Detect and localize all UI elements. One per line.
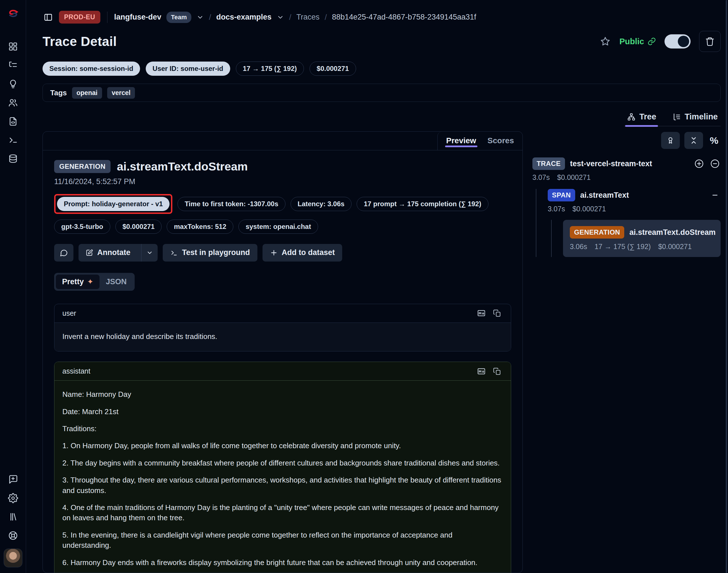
session-badge[interactable]: Session: some-session-id xyxy=(43,61,140,76)
generation-tokens: 17 → 175 (∑ 192) xyxy=(595,243,651,251)
sidebar-item-playground[interactable] xyxy=(7,135,19,146)
tree-node-trace[interactable]: TRACE test-vercel-stream-text xyxy=(533,157,721,170)
format-pretty-label: Pretty xyxy=(62,277,84,286)
tag-item[interactable]: vercel xyxy=(107,87,135,99)
sidebar-item-prompts[interactable] xyxy=(7,78,19,90)
collapse-all-icon[interactable] xyxy=(709,158,721,169)
breadcrumb-separator: / xyxy=(209,13,211,22)
markdown-icon[interactable] xyxy=(476,366,487,377)
sparkles-icon: ✦ xyxy=(87,277,94,286)
assistant-message-card: assistant Name: Harmony xyxy=(54,362,511,573)
message-header-icons xyxy=(476,366,503,377)
observation-badges-row1: Prompt: holiday-generator - v1 Time to f… xyxy=(54,194,511,214)
message-text: 3. Throughout the day, there are various… xyxy=(62,475,503,496)
tab-tree[interactable]: Tree xyxy=(625,110,658,126)
sidebar-item-dashboard[interactable] xyxy=(7,41,19,52)
format-toggle: Pretty ✦ JSON xyxy=(54,273,135,291)
tag-item[interactable]: openai xyxy=(72,87,102,99)
panel-header: Preview Scores xyxy=(43,132,522,150)
annotate-button[interactable]: Annotate xyxy=(78,244,158,262)
breadcrumb-org[interactable]: langfuse-dev xyxy=(114,13,162,21)
tab-scores[interactable]: Scores xyxy=(488,132,514,150)
sidebar-item-users[interactable] xyxy=(7,97,19,108)
observation-title: ai.streamText.doStream xyxy=(117,160,248,173)
sidebar-item-docs[interactable] xyxy=(7,511,19,522)
public-toggle[interactable] xyxy=(665,34,690,49)
scores-toggle-button[interactable] xyxy=(661,132,680,149)
expand-all-icon[interactable] xyxy=(693,158,705,169)
copy-icon[interactable] xyxy=(492,366,503,377)
annotate-icon xyxy=(85,249,93,257)
span-badge: SPAN xyxy=(548,189,575,201)
format-json[interactable]: JSON xyxy=(100,274,133,289)
generation-row: GENERATION ai.streamText.doStream xyxy=(570,226,714,239)
tab-timeline[interactable]: Timeline xyxy=(670,110,720,126)
annotate-label: Annotate xyxy=(97,248,130,257)
tree-toolbar: % xyxy=(533,132,721,149)
comment-button[interactable] xyxy=(54,244,73,262)
tree-node-generation-selected[interactable]: GENERATION ai.streamText.doStream 3.06s … xyxy=(563,220,721,257)
sidebar-item-datasets[interactable] xyxy=(7,116,19,127)
vertical-scrollbar[interactable] xyxy=(726,0,727,573)
sidebar-item-support[interactable] xyxy=(7,530,19,541)
user-id-badge[interactable]: User ID: some-user-id xyxy=(146,61,230,76)
tree-node-span[interactable]: SPAN ai.streamText xyxy=(548,189,721,201)
copy-icon[interactable] xyxy=(492,308,503,319)
plus-icon xyxy=(270,249,278,257)
star-icon[interactable] xyxy=(600,36,611,47)
org-role-badge: Team xyxy=(166,12,191,23)
tags-bar[interactable]: Tags openai vercel xyxy=(43,84,721,102)
token-usage-badge: 17 → 175 (∑ 192) xyxy=(236,61,304,76)
chevron-down-icon[interactable] xyxy=(197,14,204,21)
system-badge: system: openai.chat xyxy=(238,219,318,234)
model-badge[interactable]: gpt-3.5-turbo xyxy=(54,219,110,234)
message-header-icons xyxy=(476,308,503,319)
assistant-message-body: Name: Harmony Day Date: March 21st Tradi… xyxy=(54,381,511,573)
tab-timeline-label: Timeline xyxy=(685,112,718,121)
tree-icon xyxy=(627,112,636,121)
message-text: 5. In the evening, there is a candleligh… xyxy=(62,530,503,551)
environment-badge[interactable]: PROD-EU xyxy=(59,11,100,23)
delete-trace-button[interactable] xyxy=(699,31,721,52)
annotate-main[interactable]: Annotate xyxy=(78,244,137,262)
annotate-dropdown[interactable] xyxy=(141,244,158,262)
format-pretty[interactable]: Pretty ✦ xyxy=(56,274,100,289)
comment-icon xyxy=(60,249,68,257)
sidebar-item-settings[interactable] xyxy=(7,492,19,504)
breadcrumb: PROD-EU langfuse-dev Team / docs-example… xyxy=(43,11,721,23)
breadcrumb-section[interactable]: Traces xyxy=(296,13,320,21)
collapse-all-button[interactable] xyxy=(684,132,703,149)
view-tabs: Tree Timeline xyxy=(624,110,721,126)
chevron-down-icon[interactable] xyxy=(277,14,284,21)
view-tabs-row: Tree Timeline xyxy=(43,110,721,126)
user-message-body: Invent a new holiday and describe its tr… xyxy=(54,323,511,351)
message-text: 2. The day begins with a community break… xyxy=(62,458,503,468)
panel-body: GENERATION ai.streamText.doStream 11/16/… xyxy=(43,150,522,573)
sidebar-item-tracing[interactable] xyxy=(7,60,19,71)
public-link[interactable]: Public xyxy=(619,37,656,46)
panel-toggle-icon[interactable] xyxy=(43,12,54,23)
message-text: Traditions: xyxy=(62,423,503,434)
sidebar-item-feedback[interactable] xyxy=(7,474,19,485)
user-message-header: user xyxy=(54,304,511,323)
playground-button[interactable]: Test in playground xyxy=(163,244,258,262)
add-to-dataset-button[interactable]: Add to dataset xyxy=(263,244,342,262)
generation-cost: $0.000271 xyxy=(658,243,692,251)
observation-title-row: GENERATION ai.streamText.doStream xyxy=(54,160,511,173)
observation-type-badge: GENERATION xyxy=(54,160,111,173)
markdown-icon[interactable] xyxy=(476,308,487,319)
prompt-badge[interactable]: Prompt: holiday-generator - v1 xyxy=(57,197,170,211)
langfuse-logo-icon[interactable] xyxy=(7,8,19,19)
metrics-toggle-button[interactable]: % xyxy=(708,135,721,146)
user-avatar[interactable] xyxy=(4,549,22,567)
collapse-node-icon[interactable] xyxy=(709,190,721,201)
breadcrumb-project[interactable]: docs-examples xyxy=(216,13,272,21)
link-icon xyxy=(648,37,656,46)
tab-preview[interactable]: Preview xyxy=(446,132,476,150)
span-latency: 3.07s xyxy=(548,205,565,213)
span-name: ai.streamText xyxy=(580,191,629,200)
sidebar-item-database[interactable] xyxy=(7,153,19,164)
content: Preview Scores GENERATION ai.streamText.… xyxy=(43,131,721,573)
tree-indent-level1: SPAN ai.streamText 3.07s $0.000271 xyxy=(536,189,721,257)
trace-badge: TRACE xyxy=(533,157,565,170)
